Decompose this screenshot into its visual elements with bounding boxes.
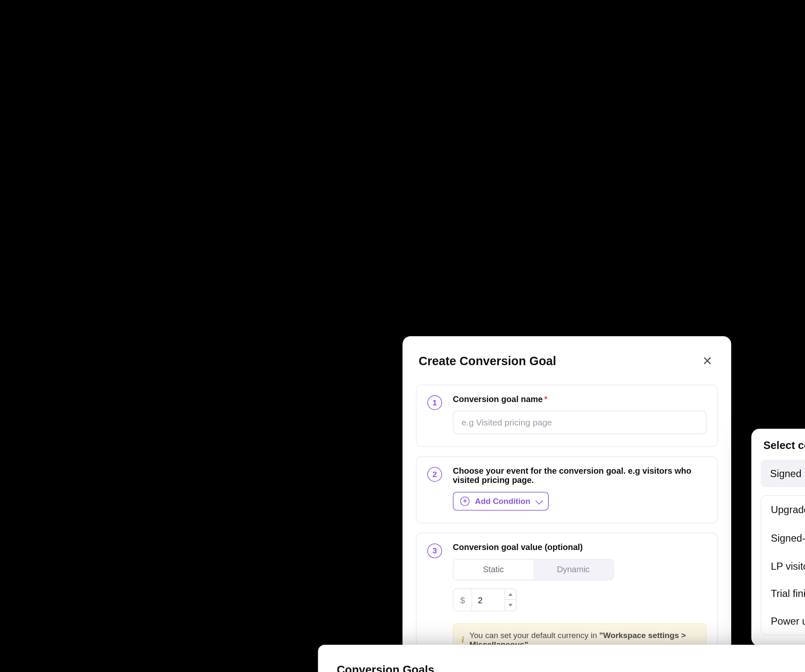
chevron-down-icon [535,497,543,504]
modal-header: Create Conversion Goal ✕ [416,350,718,370]
step-2: 2 Choose your event for the conversion g… [416,456,718,523]
select-conversion-goal-panel: Select conversion goal Signed Up Upgrade… [751,428,805,646]
chevron-up-icon [509,593,513,595]
step-1: 1 Conversion goal name* [416,384,718,447]
value-input[interactable] [473,589,505,610]
select-panel-title: Select conversion goal [761,439,805,451]
select-option-signed-up[interactable]: Signed-up [761,523,805,552]
modal-title: Create Conversion Goal [418,354,556,368]
step-1-label: Conversion goal name* [453,394,706,404]
option-label: Signed-up [771,532,805,543]
select-option-power-users[interactable]: Power users [761,607,805,635]
goals-card-title: Conversion Goals [337,663,434,672]
plus-circle-icon: + [460,496,470,506]
step-badge-1: 1 [427,395,442,410]
step-1-label-text: Conversion goal name [453,394,543,404]
select-goal-list: Upgraded users Signed-up LP visitors Tri… [761,495,805,635]
option-label: LP visitors [771,560,805,571]
step-2-label: Choose your event for the conversion goa… [453,466,706,485]
option-label: Upgraded users [771,504,805,515]
value-type-toggle: Static Dynamic [453,559,614,580]
value-number-field: $ [453,588,517,611]
add-condition-button[interactable]: + Add Condition [453,492,548,511]
step-badge-2: 2 [427,467,442,482]
select-current-goal[interactable]: Signed Up [761,459,805,487]
info-icon: i [462,635,464,646]
seg-dynamic[interactable]: Dynamic [533,559,613,579]
step-up-button[interactable] [505,589,516,600]
add-condition-label: Add Condition [475,496,530,506]
select-option-lp-visitors[interactable]: LP visitors [761,552,805,580]
step-badge-3: 3 [427,543,442,558]
chevron-down-icon [509,604,513,606]
conversion-goals-card: Conversion Goals New Goal Goal Activity … [318,645,805,672]
select-option-upgraded-users[interactable]: Upgraded users [761,496,805,523]
required-asterisk: * [544,394,548,404]
create-conversion-goal-modal: Create Conversion Goal ✕ 1 Conversion go… [402,336,731,672]
number-stepper [505,589,516,610]
step-3-label: Conversion goal value (optional) [453,542,706,552]
goal-name-input[interactable] [453,410,706,434]
select-option-trial-finished[interactable]: Trial finished [761,579,805,607]
goals-card-header: Conversion Goals New Goal [337,659,805,672]
option-label: Power users [771,615,805,626]
info-prefix: You can set your default currency in [469,630,599,640]
currency-prefix: $ [454,589,473,610]
close-icon[interactable]: ✕ [700,352,715,370]
option-label: Trial finished [771,588,805,599]
step-down-button[interactable] [505,599,516,610]
seg-static[interactable]: Static [454,559,533,579]
